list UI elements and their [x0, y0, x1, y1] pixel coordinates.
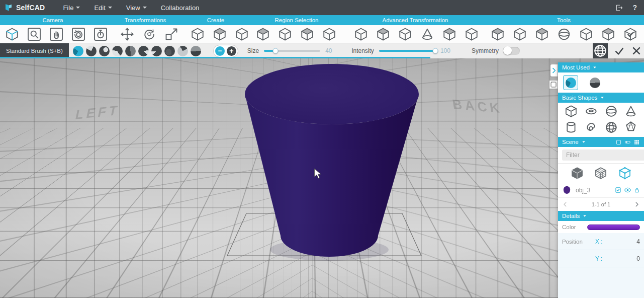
- category-camera[interactable]: Camera: [0, 17, 106, 23]
- torus-shape-icon[interactable]: [581, 104, 601, 118]
- bend-icon[interactable]: [440, 27, 458, 42]
- pattern-tool-icon[interactable]: [577, 27, 595, 42]
- axis-value[interactable]: 0: [636, 255, 640, 262]
- object-color-swatch[interactable]: [587, 225, 640, 230]
- most-used-header[interactable]: Most Used: [558, 62, 644, 72]
- category-tools[interactable]: Tools: [484, 17, 644, 23]
- menu-label: File: [63, 4, 73, 12]
- orbit-tool-icon[interactable]: [69, 27, 87, 42]
- vertex-edit-icon[interactable]: [374, 27, 392, 42]
- inflate-brush-icon[interactable]: [138, 46, 149, 56]
- scale-tool-icon[interactable]: [162, 27, 180, 42]
- prev-page-icon[interactable]: [562, 201, 568, 207]
- smudge-brush-icon[interactable]: [191, 46, 201, 56]
- wireframe-view-icon[interactable]: [594, 166, 608, 180]
- create-object-icon[interactable]: [233, 27, 251, 42]
- create-sketch-icon[interactable]: [211, 27, 229, 42]
- zoom-tool-icon[interactable]: [25, 27, 43, 42]
- menu-collaboration[interactable]: Collaboration: [161, 4, 200, 12]
- solid-view-icon[interactable]: [570, 166, 584, 180]
- smooth-brush-icon[interactable]: [125, 46, 136, 56]
- intensity-slider[interactable]: [379, 50, 435, 52]
- select-checkbox-icon[interactable]: [615, 187, 621, 193]
- menu-edit[interactable]: Edit: [94, 4, 112, 12]
- select-region-icon[interactable]: [276, 27, 294, 42]
- symmetry-toggle[interactable]: [503, 47, 520, 55]
- flatten-brush-icon[interactable]: [587, 75, 602, 90]
- bounding-box-icon[interactable]: [615, 139, 622, 145]
- select-face-icon[interactable]: [254, 27, 272, 42]
- select-loop-icon[interactable]: [298, 27, 316, 42]
- viewport-3d[interactable]: LEFT BACK: [0, 58, 644, 298]
- next-page-icon[interactable]: [634, 201, 640, 207]
- size-slider-thumb[interactable]: [272, 48, 278, 54]
- taper-cone-icon[interactable]: [418, 27, 436, 42]
- filter-input[interactable]: [562, 150, 644, 161]
- scene-header[interactable]: Scene: [558, 137, 644, 147]
- category-region-selection[interactable]: Region Selection: [246, 17, 347, 23]
- close-tool-icon[interactable]: [631, 45, 642, 56]
- region-globe-button[interactable]: [593, 43, 608, 58]
- help-icon[interactable]: ?: [632, 4, 637, 12]
- lock-icon[interactable]: [634, 187, 640, 193]
- category-transformations[interactable]: Transformations: [106, 17, 185, 23]
- combine-tool-icon[interactable]: [489, 27, 507, 42]
- move-tool-icon[interactable]: [118, 27, 136, 42]
- panel-collapse-chevron[interactable]: [550, 64, 558, 77]
- standard-brush-icon[interactable]: [73, 46, 83, 56]
- increase-button[interactable]: +: [227, 46, 236, 56]
- size-slider[interactable]: [264, 50, 320, 52]
- torus-knot-shape-icon[interactable]: [581, 120, 601, 134]
- menu-file[interactable]: File: [63, 4, 80, 12]
- create-shape-icon[interactable]: [189, 27, 207, 42]
- grid-view-icon[interactable]: [633, 139, 640, 145]
- pagination-row: 1-1 of 1: [558, 198, 644, 211]
- category-create[interactable]: Create: [185, 17, 246, 23]
- pan-tool-icon[interactable]: [47, 27, 65, 42]
- panel-layout-icon[interactable]: [549, 81, 558, 89]
- basic-shapes-header[interactable]: Basic Shapes: [558, 93, 644, 103]
- visibility-eye-icon[interactable]: [624, 186, 631, 194]
- cylinder-shape-icon[interactable]: [561, 120, 581, 134]
- twist-icon[interactable]: [463, 27, 481, 42]
- crease-brush-icon[interactable]: [112, 46, 123, 56]
- edit-details-view-icon[interactable]: [618, 166, 632, 180]
- menu-view[interactable]: View: [126, 4, 147, 12]
- shell-tool-icon[interactable]: [599, 27, 617, 42]
- sign-out-icon[interactable]: [615, 4, 623, 12]
- apply-check-icon[interactable]: [614, 45, 625, 56]
- standard-brush-icon[interactable]: [563, 75, 578, 90]
- scrape-brush-icon[interactable]: [164, 46, 175, 56]
- tool-panel-actions: [593, 43, 644, 58]
- reset-view-icon[interactable]: [91, 27, 110, 42]
- clay-brush-icon[interactable]: [151, 46, 162, 56]
- sphere-shape-icon[interactable]: [601, 104, 621, 118]
- cut-tool-icon[interactable]: [511, 27, 529, 42]
- extrude-icon[interactable]: [396, 27, 414, 42]
- sphere-tool-icon[interactable]: [555, 27, 573, 42]
- stitch-scissors-icon[interactable]: [352, 27, 370, 42]
- intensity-slider-thumb[interactable]: [432, 48, 438, 54]
- details-header[interactable]: Details: [558, 211, 644, 221]
- select-volume-icon[interactable]: [320, 27, 338, 42]
- category-advanced-transformation[interactable]: Advanced Transformation: [347, 17, 484, 23]
- selfcad-logo[interactable]: SelfCAD: [0, 3, 50, 12]
- align-tool-icon[interactable]: [533, 27, 551, 42]
- decrease-button[interactable]: −: [215, 46, 225, 56]
- uv-sphere-shape-icon[interactable]: [601, 120, 621, 134]
- cone-shape-icon[interactable]: [621, 104, 641, 118]
- perspective-view-icon[interactable]: [3, 27, 21, 42]
- cube-shape-icon[interactable]: [561, 104, 581, 118]
- basic-shapes-grid: [558, 103, 644, 137]
- object-list-item[interactable]: obj_3: [558, 183, 644, 198]
- mask-brush-icon[interactable]: [177, 46, 188, 56]
- flatten-brush-icon[interactable]: [86, 46, 97, 56]
- axis-value[interactable]: 4: [636, 238, 640, 245]
- polyhedron-shape-icon[interactable]: [621, 120, 641, 134]
- validate-tool-icon[interactable]: [621, 27, 639, 42]
- slider-toggle-icon[interactable]: [624, 139, 631, 145]
- rotate-tool-icon[interactable]: [140, 27, 158, 42]
- tool-group-camera: [3, 27, 110, 42]
- category-bar: CameraTransformationsCreateRegion Select…: [0, 15, 644, 25]
- pinch-brush-icon[interactable]: [99, 46, 110, 56]
